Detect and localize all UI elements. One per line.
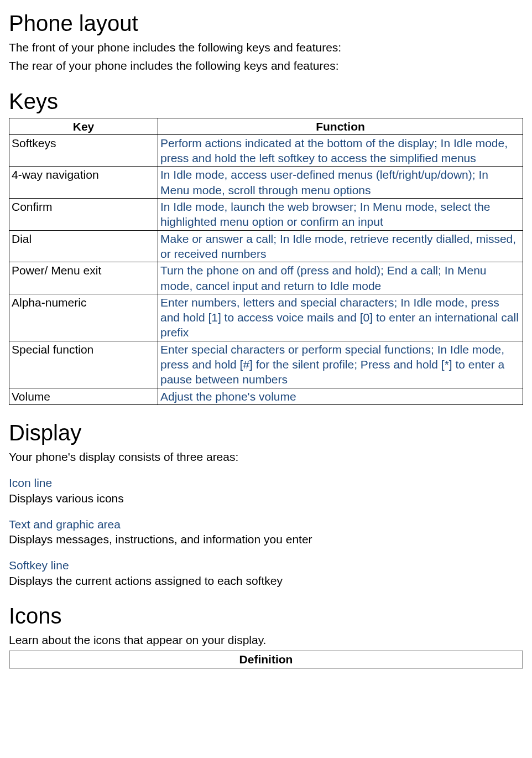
table-header-row: Key Function: [9, 118, 523, 134]
table-header-row: Definition: [9, 651, 523, 668]
key-name: Power/ Menu exit: [9, 262, 158, 294]
display-area-desc: Displays the current actions assigned to…: [9, 573, 523, 588]
table-row: Alpha-numeric Enter numbers, letters and…: [9, 294, 523, 341]
key-name: 4-way navigation: [9, 167, 158, 199]
key-function: Make or answer a call; In Idle mode, ret…: [158, 230, 523, 262]
key-function: In Idle mode, launch the web browser; In…: [158, 199, 523, 231]
display-area-label: Icon line: [9, 475, 523, 490]
table-row: Softkeys Perform actions indicated at th…: [9, 134, 523, 167]
key-name: Softkeys: [9, 134, 158, 167]
key-name: Confirm: [9, 199, 158, 231]
display-area-label: Softkey line: [9, 558, 523, 573]
icons-header-definition: Definition: [9, 651, 523, 668]
table-row: Special function Enter special character…: [9, 341, 523, 388]
display-area-label: Text and graphic area: [9, 517, 523, 532]
heading-icons: Icons: [9, 601, 523, 630]
icons-intro: Learn about the icons that appear on you…: [9, 632, 523, 647]
heading-keys: Keys: [9, 87, 523, 116]
phone-layout-rear-text: The rear of your phone includes the foll…: [9, 58, 523, 73]
table-row: 4-way navigation In Idle mode, access us…: [9, 167, 523, 199]
table-row: Confirm In Idle mode, launch the web bro…: [9, 199, 523, 231]
heading-phone-layout: Phone layout: [9, 9, 523, 38]
display-area-desc: Displays messages, instructions, and inf…: [9, 532, 523, 547]
icons-table: Definition: [9, 651, 523, 668]
table-row: Volume Adjust the phone's volume: [9, 388, 523, 404]
phone-layout-front-text: The front of your phone includes the fol…: [9, 40, 523, 55]
table-row: Power/ Menu exit Turn the phone on and o…: [9, 262, 523, 294]
key-name: Special function: [9, 341, 158, 388]
keys-header-function: Function: [158, 118, 523, 134]
key-name: Volume: [9, 388, 158, 404]
key-name: Alpha-numeric: [9, 294, 158, 341]
key-function: Enter numbers, letters and special chara…: [158, 294, 523, 341]
table-row: Dial Make or answer a call; In Idle mode…: [9, 230, 523, 262]
display-intro: Your phone's display consists of three a…: [9, 449, 523, 464]
key-name: Dial: [9, 230, 158, 262]
key-function: Perform actions indicated at the bottom …: [158, 134, 523, 167]
heading-display: Display: [9, 418, 523, 447]
keys-table: Key Function Softkeys Perform actions in…: [9, 118, 523, 405]
key-function: Turn the phone on and off (press and hol…: [158, 262, 523, 294]
key-function: Enter special characters or perform spec…: [158, 341, 523, 388]
key-function: Adjust the phone's volume: [158, 388, 523, 404]
keys-header-key: Key: [9, 118, 158, 134]
key-function: In Idle mode, access user-defined menus …: [158, 167, 523, 199]
display-area-desc: Displays various icons: [9, 491, 523, 506]
